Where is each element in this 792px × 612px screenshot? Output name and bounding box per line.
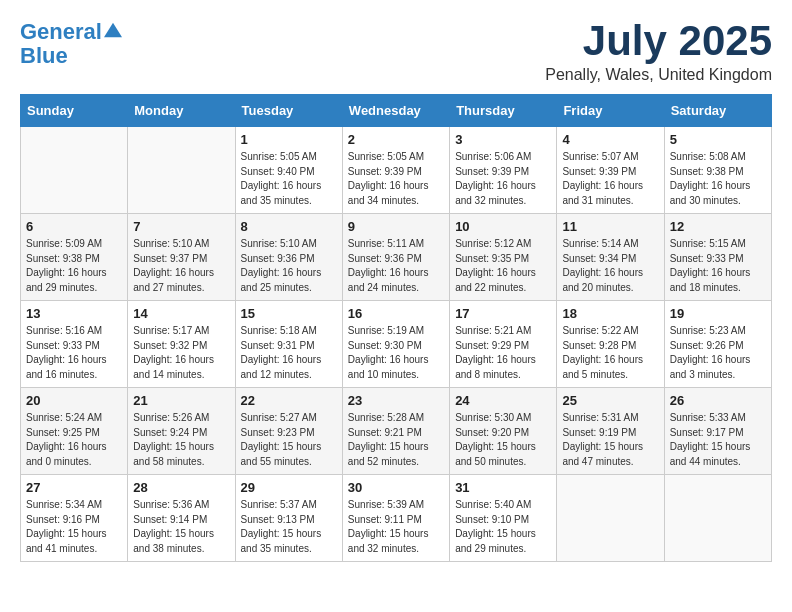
day-cell: 19Sunrise: 5:23 AM Sunset: 9:26 PM Dayli…	[664, 301, 771, 388]
day-info: Sunrise: 5:11 AM Sunset: 9:36 PM Dayligh…	[348, 237, 444, 295]
day-header-saturday: Saturday	[664, 95, 771, 127]
day-cell: 20Sunrise: 5:24 AM Sunset: 9:25 PM Dayli…	[21, 388, 128, 475]
day-number: 22	[241, 393, 337, 408]
day-cell: 14Sunrise: 5:17 AM Sunset: 9:32 PM Dayli…	[128, 301, 235, 388]
day-header-tuesday: Tuesday	[235, 95, 342, 127]
day-info: Sunrise: 5:37 AM Sunset: 9:13 PM Dayligh…	[241, 498, 337, 556]
week-row-4: 20Sunrise: 5:24 AM Sunset: 9:25 PM Dayli…	[21, 388, 772, 475]
day-info: Sunrise: 5:40 AM Sunset: 9:10 PM Dayligh…	[455, 498, 551, 556]
day-number: 26	[670, 393, 766, 408]
day-cell: 17Sunrise: 5:21 AM Sunset: 9:29 PM Dayli…	[450, 301, 557, 388]
day-cell: 13Sunrise: 5:16 AM Sunset: 9:33 PM Dayli…	[21, 301, 128, 388]
month-title: July 2025	[545, 20, 772, 62]
day-cell	[664, 475, 771, 562]
day-cell: 30Sunrise: 5:39 AM Sunset: 9:11 PM Dayli…	[342, 475, 449, 562]
logo-line1: General	[20, 19, 102, 44]
day-number: 19	[670, 306, 766, 321]
day-number: 11	[562, 219, 658, 234]
day-info: Sunrise: 5:15 AM Sunset: 9:33 PM Dayligh…	[670, 237, 766, 295]
day-cell: 6Sunrise: 5:09 AM Sunset: 9:38 PM Daylig…	[21, 214, 128, 301]
day-info: Sunrise: 5:39 AM Sunset: 9:11 PM Dayligh…	[348, 498, 444, 556]
day-info: Sunrise: 5:36 AM Sunset: 9:14 PM Dayligh…	[133, 498, 229, 556]
day-info: Sunrise: 5:05 AM Sunset: 9:39 PM Dayligh…	[348, 150, 444, 208]
header: General Blue July 2025 Penally, Wales, U…	[20, 20, 772, 84]
day-info: Sunrise: 5:17 AM Sunset: 9:32 PM Dayligh…	[133, 324, 229, 382]
day-number: 15	[241, 306, 337, 321]
day-cell: 25Sunrise: 5:31 AM Sunset: 9:19 PM Dayli…	[557, 388, 664, 475]
day-number: 27	[26, 480, 122, 495]
day-info: Sunrise: 5:19 AM Sunset: 9:30 PM Dayligh…	[348, 324, 444, 382]
day-number: 10	[455, 219, 551, 234]
day-info: Sunrise: 5:33 AM Sunset: 9:17 PM Dayligh…	[670, 411, 766, 469]
day-number: 1	[241, 132, 337, 147]
week-row-5: 27Sunrise: 5:34 AM Sunset: 9:16 PM Dayli…	[21, 475, 772, 562]
day-cell	[557, 475, 664, 562]
day-number: 20	[26, 393, 122, 408]
day-header-sunday: Sunday	[21, 95, 128, 127]
day-cell: 3Sunrise: 5:06 AM Sunset: 9:39 PM Daylig…	[450, 127, 557, 214]
day-info: Sunrise: 5:09 AM Sunset: 9:38 PM Dayligh…	[26, 237, 122, 295]
calendar-table: SundayMondayTuesdayWednesdayThursdayFrid…	[20, 94, 772, 562]
day-cell: 15Sunrise: 5:18 AM Sunset: 9:31 PM Dayli…	[235, 301, 342, 388]
logo-line2: Blue	[20, 43, 68, 68]
day-info: Sunrise: 5:22 AM Sunset: 9:28 PM Dayligh…	[562, 324, 658, 382]
day-number: 8	[241, 219, 337, 234]
day-cell: 10Sunrise: 5:12 AM Sunset: 9:35 PM Dayli…	[450, 214, 557, 301]
title-block: July 2025 Penally, Wales, United Kingdom	[545, 20, 772, 84]
day-cell: 29Sunrise: 5:37 AM Sunset: 9:13 PM Dayli…	[235, 475, 342, 562]
day-info: Sunrise: 5:06 AM Sunset: 9:39 PM Dayligh…	[455, 150, 551, 208]
day-cell: 8Sunrise: 5:10 AM Sunset: 9:36 PM Daylig…	[235, 214, 342, 301]
calendar-body: 1Sunrise: 5:05 AM Sunset: 9:40 PM Daylig…	[21, 127, 772, 562]
day-number: 12	[670, 219, 766, 234]
location-title: Penally, Wales, United Kingdom	[545, 66, 772, 84]
day-info: Sunrise: 5:23 AM Sunset: 9:26 PM Dayligh…	[670, 324, 766, 382]
day-cell: 23Sunrise: 5:28 AM Sunset: 9:21 PM Dayli…	[342, 388, 449, 475]
day-header-friday: Friday	[557, 95, 664, 127]
day-cell: 28Sunrise: 5:36 AM Sunset: 9:14 PM Dayli…	[128, 475, 235, 562]
day-number: 24	[455, 393, 551, 408]
day-number: 3	[455, 132, 551, 147]
week-row-2: 6Sunrise: 5:09 AM Sunset: 9:38 PM Daylig…	[21, 214, 772, 301]
day-number: 13	[26, 306, 122, 321]
day-cell: 22Sunrise: 5:27 AM Sunset: 9:23 PM Dayli…	[235, 388, 342, 475]
day-number: 7	[133, 219, 229, 234]
logo-triangle-icon	[104, 21, 122, 39]
day-number: 16	[348, 306, 444, 321]
day-cell: 2Sunrise: 5:05 AM Sunset: 9:39 PM Daylig…	[342, 127, 449, 214]
day-info: Sunrise: 5:18 AM Sunset: 9:31 PM Dayligh…	[241, 324, 337, 382]
day-info: Sunrise: 5:34 AM Sunset: 9:16 PM Dayligh…	[26, 498, 122, 556]
day-info: Sunrise: 5:31 AM Sunset: 9:19 PM Dayligh…	[562, 411, 658, 469]
day-number: 18	[562, 306, 658, 321]
day-info: Sunrise: 5:05 AM Sunset: 9:40 PM Dayligh…	[241, 150, 337, 208]
day-number: 9	[348, 219, 444, 234]
day-cell: 12Sunrise: 5:15 AM Sunset: 9:33 PM Dayli…	[664, 214, 771, 301]
day-info: Sunrise: 5:28 AM Sunset: 9:21 PM Dayligh…	[348, 411, 444, 469]
day-cell: 21Sunrise: 5:26 AM Sunset: 9:24 PM Dayli…	[128, 388, 235, 475]
day-number: 6	[26, 219, 122, 234]
day-info: Sunrise: 5:10 AM Sunset: 9:37 PM Dayligh…	[133, 237, 229, 295]
svg-marker-0	[104, 23, 122, 37]
day-number: 17	[455, 306, 551, 321]
day-header-wednesday: Wednesday	[342, 95, 449, 127]
day-cell: 31Sunrise: 5:40 AM Sunset: 9:10 PM Dayli…	[450, 475, 557, 562]
day-info: Sunrise: 5:27 AM Sunset: 9:23 PM Dayligh…	[241, 411, 337, 469]
day-cell: 5Sunrise: 5:08 AM Sunset: 9:38 PM Daylig…	[664, 127, 771, 214]
day-cell: 16Sunrise: 5:19 AM Sunset: 9:30 PM Dayli…	[342, 301, 449, 388]
day-cell: 24Sunrise: 5:30 AM Sunset: 9:20 PM Dayli…	[450, 388, 557, 475]
day-number: 29	[241, 480, 337, 495]
day-info: Sunrise: 5:10 AM Sunset: 9:36 PM Dayligh…	[241, 237, 337, 295]
week-row-1: 1Sunrise: 5:05 AM Sunset: 9:40 PM Daylig…	[21, 127, 772, 214]
day-number: 31	[455, 480, 551, 495]
day-cell: 1Sunrise: 5:05 AM Sunset: 9:40 PM Daylig…	[235, 127, 342, 214]
calendar-header-row: SundayMondayTuesdayWednesdayThursdayFrid…	[21, 95, 772, 127]
day-info: Sunrise: 5:14 AM Sunset: 9:34 PM Dayligh…	[562, 237, 658, 295]
logo: General Blue	[20, 20, 122, 68]
day-info: Sunrise: 5:30 AM Sunset: 9:20 PM Dayligh…	[455, 411, 551, 469]
logo-text: General Blue	[20, 20, 122, 68]
day-number: 4	[562, 132, 658, 147]
day-info: Sunrise: 5:07 AM Sunset: 9:39 PM Dayligh…	[562, 150, 658, 208]
week-row-3: 13Sunrise: 5:16 AM Sunset: 9:33 PM Dayli…	[21, 301, 772, 388]
day-cell	[128, 127, 235, 214]
day-info: Sunrise: 5:24 AM Sunset: 9:25 PM Dayligh…	[26, 411, 122, 469]
day-number: 23	[348, 393, 444, 408]
